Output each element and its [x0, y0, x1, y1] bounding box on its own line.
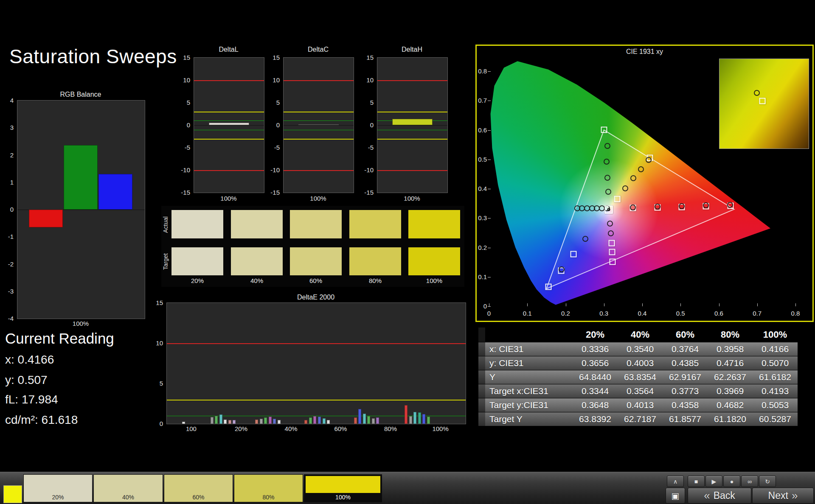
limit-line-yellow: [377, 112, 447, 112]
limit-line-green: [377, 130, 447, 130]
axis-tick-label: 10: [366, 76, 374, 84]
up-button[interactable]: ∧: [667, 476, 684, 487]
axis-tick-label: 0.3: [596, 310, 612, 317]
target-marker: [609, 249, 615, 255]
play-button[interactable]: ▶: [705, 476, 722, 487]
delta-e-bar: [422, 414, 425, 424]
app-window: Saturation Sweeps RGB Balance 43210-1-2-…: [0, 0, 815, 504]
axis-tick-label: 0.3: [477, 214, 487, 221]
delta-e-title: DeltaE 2000: [166, 294, 465, 301]
delta-e-bar: [413, 412, 416, 424]
delta-e-bar: [278, 420, 281, 424]
delta-e-bar: [211, 417, 214, 424]
axis-tick-label: 5: [160, 380, 163, 387]
saturation-button-label: 100%: [304, 494, 382, 501]
delta-e-bar: [309, 417, 312, 424]
saturation-button-label: 60%: [164, 494, 233, 501]
table-value-cell: 62.2637: [708, 370, 753, 384]
zero-line: [194, 125, 264, 126]
delta-e-bar: [264, 417, 267, 424]
stop-button[interactable]: ■: [688, 476, 705, 487]
loop-button[interactable]: ∞: [741, 476, 758, 487]
limit-line-red: [194, 170, 264, 171]
limit-line-yellow: [284, 112, 354, 112]
back-button[interactable]: « Back: [688, 488, 751, 504]
saturation-button-20%[interactable]: 20%: [23, 474, 93, 502]
axis-tick-label: 40%: [283, 425, 300, 432]
table-row: Y64.844063.835462.916762.263761.6182: [478, 370, 799, 384]
saturation-button-80%[interactable]: 80%: [234, 474, 303, 502]
table-value-cell: 64.8440: [573, 370, 618, 384]
saturation-swatch: [306, 476, 380, 493]
delta-e-bar: [224, 420, 227, 424]
saturation-button-40%[interactable]: 40%: [93, 474, 163, 502]
rgb-balance-chart: RGB Balance 43210-1-2-3-4 100%: [0, 91, 149, 331]
limit-line-green: [194, 120, 264, 121]
target-marker: [609, 258, 615, 265]
table-value-cell: 60.5287: [753, 412, 798, 426]
delta-l-yticks: 151050-5-10-15: [181, 57, 192, 192]
saturation-button-60%[interactable]: 60%: [164, 474, 233, 502]
axis-tick-label: 0: [276, 121, 280, 129]
record-button[interactable]: ●: [723, 476, 740, 487]
delta-c-xlabel: 100%: [283, 195, 353, 202]
delta-h-yticks: 151050-5-10-15: [364, 57, 375, 192]
measurement-marker: [605, 189, 611, 195]
target-swatch: [171, 247, 223, 275]
table-value-cell: 0.3540: [618, 342, 663, 356]
screen-button[interactable]: ▣: [666, 488, 685, 504]
refresh-button[interactable]: ↻: [759, 476, 776, 487]
table-cell: [478, 328, 485, 342]
delta-e-bar: [358, 409, 361, 424]
table-value-cell: 0.3958: [708, 342, 753, 356]
delta-h-xlabel: 100%: [377, 195, 447, 202]
axis-tick-label: -10: [270, 166, 280, 174]
measurement-marker: [604, 143, 610, 149]
table-header-row: 20%40%60%80%100%: [478, 328, 799, 342]
current-reading-x: x: 0.4166: [5, 353, 54, 367]
next-chevron-icon: »: [792, 489, 798, 502]
delta-e-bar: [372, 418, 375, 424]
delta-e-bar: [228, 420, 231, 424]
limit-line-red: [194, 80, 264, 81]
limit-line-red: [284, 80, 354, 81]
target-swatch: [290, 247, 342, 275]
axis-tick-label: 10: [156, 339, 163, 347]
delta-e-bar: [418, 412, 421, 424]
axis-tick-label: 0.6: [477, 126, 487, 134]
limit-line-green: [284, 130, 354, 130]
axis-tick-label: -15: [364, 189, 374, 196]
next-button-label: Next: [768, 490, 788, 501]
delta-e-bar: [318, 417, 321, 424]
axis-tick-label: 100%: [432, 425, 449, 432]
table-value-cell: 0.4193: [753, 384, 798, 398]
measurement-marker: [604, 159, 610, 165]
table-cell: [478, 342, 485, 356]
axis-tick-label: 0: [160, 420, 163, 427]
next-button[interactable]: Next »: [752, 488, 814, 504]
current-reading-y: y: 0.507: [5, 373, 48, 387]
results-table: 20%40%60%80%100%x: CIE310.33360.35400.37…: [478, 328, 799, 426]
table-row-label: Target x:CIE31: [485, 384, 573, 398]
saturation-button-100%[interactable]: 100%: [304, 474, 382, 502]
limit-line-red: [284, 170, 354, 171]
axis-tick-label: -15: [181, 189, 190, 196]
axis-tick-label: 5: [276, 99, 280, 106]
measurement-marker: [607, 221, 613, 227]
axis-tick-label: 0.7: [477, 97, 487, 104]
rgb-balance-xlabel: 100%: [17, 320, 144, 327]
table-value-cell: 0.3344: [573, 384, 618, 398]
table-value-cell: 0.4716: [708, 356, 753, 370]
table-header-cell: 60%: [663, 328, 708, 342]
delta-e-bar: [367, 416, 370, 424]
axis-tick-label: -5: [185, 144, 190, 151]
screen-icon: ▣: [672, 491, 680, 501]
table-value-cell: 62.9167: [663, 370, 708, 384]
table-cell: [485, 328, 573, 342]
delta-l-chart: DeltaL 151050-5-10-15 100%: [181, 46, 266, 204]
axis-tick-label: 0: [10, 206, 14, 213]
delta-e-bar: [363, 414, 366, 424]
axis-tick-label: 10: [273, 76, 280, 84]
delta-e-plot: [166, 302, 466, 424]
delta-e-bar: [233, 420, 236, 424]
